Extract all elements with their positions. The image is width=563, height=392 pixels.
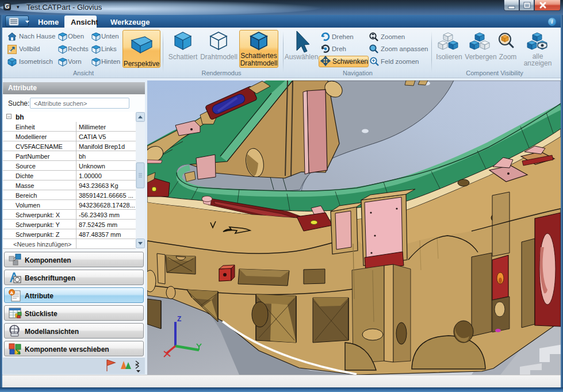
svg-text:A: A [10, 290, 14, 295]
svg-text:Z: Z [177, 315, 181, 323]
